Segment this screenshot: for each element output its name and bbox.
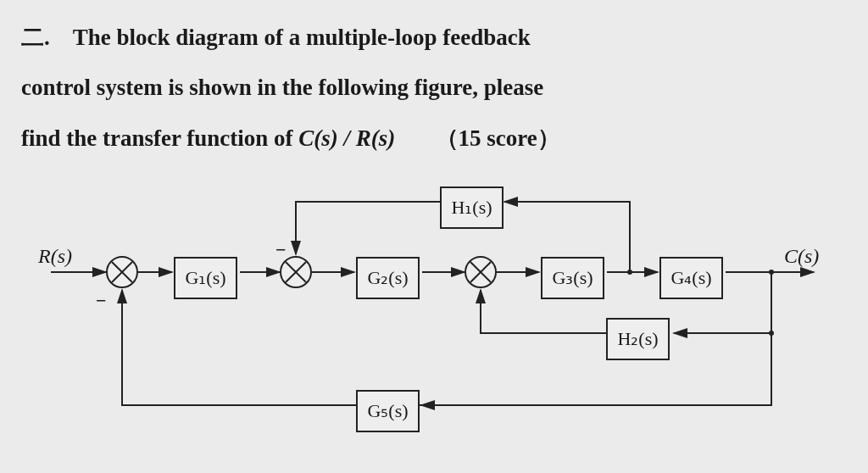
diagram-wires <box>21 172 835 443</box>
block-H1: H₁(s) <box>440 186 504 229</box>
problem-line1: The block diagram of a multiple-loop fee… <box>73 25 531 50</box>
svg-point-9 <box>627 270 632 275</box>
block-G3: G₃(s) <box>541 257 604 299</box>
problem-line2: control system is shown in the following… <box>21 75 543 100</box>
transfer-function: C(s) / R(s) <box>298 125 395 151</box>
svg-point-11 <box>769 331 774 336</box>
block-G5: G₅(s) <box>356 390 420 432</box>
summer-3 <box>465 256 497 288</box>
svg-point-10 <box>769 270 774 275</box>
score: （15 score） <box>436 125 560 151</box>
problem-number: 二. <box>21 25 50 50</box>
summer-1 <box>106 256 138 288</box>
block-diagram: R(s) C(s) − − G₁(s) G₂(s) G₃(s) G₄(s) H₁… <box>21 172 835 443</box>
block-G2: G₂(s) <box>356 257 420 299</box>
block-G4: G₄(s) <box>659 257 723 299</box>
problem-statement: 二. The block diagram of a multiple-loop … <box>21 13 847 164</box>
problem-line3: find the transfer function of <box>21 125 298 151</box>
minus-sign-h1: − <box>275 233 287 267</box>
output-label: C(s) <box>784 238 819 275</box>
minus-sign-outer: − <box>96 284 107 318</box>
input-label: R(s) <box>38 238 72 275</box>
block-G1: G₁(s) <box>174 257 237 299</box>
block-H2: H₂(s) <box>606 318 670 360</box>
